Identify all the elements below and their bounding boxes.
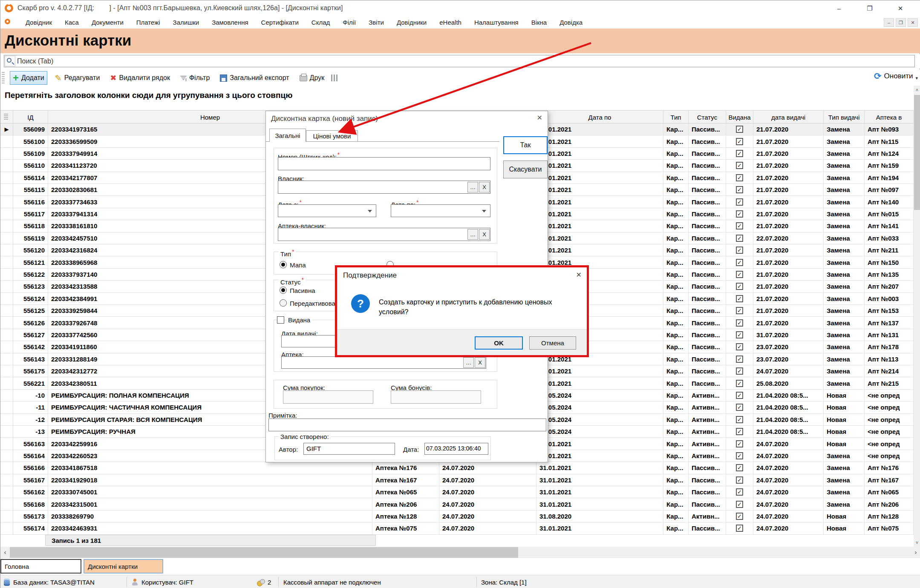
column-header-issue_date[interactable]: дата видачі: [753, 111, 824, 123]
refresh-dropdown-icon[interactable]: ▾: [915, 75, 918, 81]
barcode-input[interactable]: [278, 157, 490, 170]
issued-checkbox[interactable]: ✓: [736, 174, 743, 181]
issued-checkbox[interactable]: ✓: [736, 295, 743, 302]
column-chooser-icon[interactable]: [331, 75, 337, 81]
tab-price-conditions[interactable]: Цінові умови: [306, 130, 358, 141]
date-to-combobox[interactable]: [391, 204, 490, 217]
pharmacy-lookup-button[interactable]: …: [463, 357, 474, 368]
dialog-close-icon[interactable]: ✕: [537, 114, 542, 122]
cancel-button[interactable]: Скасувати: [503, 161, 548, 178]
issued-checkbox[interactable]: ✓: [736, 343, 743, 350]
issued-checkbox[interactable]: ✓: [736, 452, 743, 459]
tab-discount-cards[interactable]: Дисконтні картки: [84, 559, 163, 574]
scroll-up-icon[interactable]: ˄: [914, 86, 920, 94]
toolbar-grip-handle[interactable]: [2, 72, 5, 84]
menu-item-Довідники[interactable]: Довідники: [390, 17, 433, 29]
pharmacy-owner-lookup-button[interactable]: …: [467, 229, 478, 240]
menu-item-Документи[interactable]: Документи: [85, 17, 130, 29]
issued-checkbox[interactable]: ✓: [736, 356, 743, 363]
issued-checkbox[interactable]: ✓: [736, 235, 743, 242]
pharmacy-owner-clear-button[interactable]: X: [479, 229, 490, 240]
issued-checkbox[interactable]: ✓: [736, 525, 743, 532]
delete-row-button[interactable]: ✖ Видалити рядок: [107, 71, 173, 85]
issued-checkbox[interactable]: ✓: [736, 259, 743, 266]
column-header-status[interactable]: Статус: [689, 111, 726, 123]
mdi-restore-button[interactable]: ❐: [896, 18, 906, 27]
tab-general[interactable]: Загальні: [269, 129, 306, 142]
confirm-close-icon[interactable]: ✕: [576, 271, 582, 279]
ok-button[interactable]: OK: [475, 336, 523, 350]
issued-checkbox[interactable]: ✓: [736, 380, 743, 387]
menu-item-Сертифікати[interactable]: Сертифікати: [255, 17, 305, 29]
status-preactivated-radio[interactable]: [280, 299, 287, 307]
issued-checkbox[interactable]: ✓: [736, 162, 743, 169]
issued-checkbox[interactable]: ✓: [736, 271, 743, 278]
menu-item-Філії[interactable]: Філії: [336, 17, 362, 29]
author-input[interactable]: GIFT: [303, 443, 395, 455]
issued-checkbox[interactable]: ✓: [736, 392, 743, 399]
mdi-minimize-button[interactable]: –: [884, 18, 894, 27]
column-header-id[interactable]: ІД: [13, 111, 48, 123]
search-input[interactable]: [17, 56, 528, 66]
table-row[interactable]: 556173203338269790Аптека №12824.07.20203…: [0, 511, 914, 522]
issued-checkbox[interactable]: ✓: [736, 331, 743, 338]
note-input[interactable]: [268, 419, 546, 431]
owner-clear-button[interactable]: X: [479, 182, 490, 192]
window-minimize-button[interactable]: –: [826, 0, 852, 17]
scroll-down-icon[interactable]: ˅: [914, 538, 920, 547]
confirm-cancel-button[interactable]: Отмена: [529, 336, 576, 350]
window-maximize-button[interactable]: ❐: [857, 0, 883, 17]
edit-button[interactable]: ✎ Редагувати: [52, 71, 103, 85]
issued-checkbox[interactable]: ✓: [736, 126, 743, 133]
issued-checkbox[interactable]: ✓: [736, 186, 743, 193]
issued-checkbox[interactable]: ✓: [736, 307, 743, 314]
table-row[interactable]: 5561742203342463931Аптека №07524.07.2020…: [0, 522, 914, 534]
date-from-combobox[interactable]: [278, 204, 376, 217]
issued-checkbox[interactable]: ✓: [736, 247, 743, 254]
yes-button[interactable]: Так: [503, 136, 548, 154]
table-row[interactable]: 5561682203342315001Аптека №20624.07.2020…: [0, 498, 914, 510]
issued-checkbox[interactable]: ✓: [736, 150, 743, 157]
tab-home[interactable]: Головна: [0, 559, 81, 574]
status-passive-radio[interactable]: [280, 287, 287, 294]
scroll-right-icon[interactable]: ›: [911, 547, 920, 558]
issued-checkbox[interactable]: ✓: [736, 198, 743, 206]
menu-item-Довідник[interactable]: Довідник: [19, 17, 58, 29]
issued-checkbox[interactable]: ✓: [736, 416, 743, 423]
column-header-issue_pharmacy[interactable]: Аптека в: [865, 111, 914, 123]
menu-item-Звіти[interactable]: Звіти: [362, 17, 390, 29]
menu-item-Налаштування[interactable]: Налаштування: [468, 17, 525, 29]
issued-checkbox[interactable]: ✓: [736, 440, 743, 447]
column-header-issue_type[interactable]: Тип видачі: [824, 111, 865, 123]
export-button[interactable]: Загальний експорт: [217, 71, 291, 85]
issued-checkbox[interactable]: ✓: [736, 283, 743, 290]
menu-item-Довідка[interactable]: Довідка: [553, 17, 589, 29]
table-row[interactable]: 5561662203341867518Аптека №17624.07.2020…: [0, 462, 914, 474]
vertical-scroll-thumb[interactable]: [914, 95, 920, 210]
menu-item-eHealth[interactable]: eHealth: [433, 17, 468, 29]
horizontal-scrollbar[interactable]: ‹ ›: [0, 547, 920, 558]
pharmacy-owner-input[interactable]: [278, 228, 490, 241]
issued-checkbox[interactable]: ✓: [736, 476, 743, 484]
table-row[interactable]: 5561672203341929018Аптека №16724.07.2020…: [0, 474, 914, 486]
filter-button[interactable]: Фільтр: [178, 71, 212, 85]
add-button[interactable]: + Додати: [10, 71, 47, 85]
search-icon-box[interactable]: [5, 56, 15, 66]
column-header-date_to[interactable]: Дата по: [536, 111, 663, 123]
issued-checkbox[interactable]: ✓: [736, 367, 743, 375]
owner-input[interactable]: [278, 181, 490, 194]
menu-item-Вікна[interactable]: Вікна: [525, 17, 554, 29]
mdi-close-button[interactable]: ✕: [908, 18, 918, 27]
issued-checkbox[interactable]: ✓: [736, 404, 743, 411]
issued-checkbox[interactable]: ✓: [736, 319, 743, 327]
scroll-left-icon[interactable]: ‹: [0, 547, 10, 558]
issued-checkbox[interactable]: ✓: [736, 501, 743, 508]
issued-checkbox[interactable]: [277, 316, 284, 324]
type-map-radio[interactable]: [280, 261, 287, 268]
menu-item-Замовлення[interactable]: Замовлення: [205, 17, 254, 29]
menu-item-Каса[interactable]: Каса: [58, 17, 85, 29]
menu-item-Склад[interactable]: Склад: [305, 17, 336, 29]
menu-item-Платежі[interactable]: Платежі: [130, 17, 167, 29]
menu-item-Залишки[interactable]: Залишки: [167, 17, 206, 29]
print-button[interactable]: Друк: [297, 71, 327, 85]
